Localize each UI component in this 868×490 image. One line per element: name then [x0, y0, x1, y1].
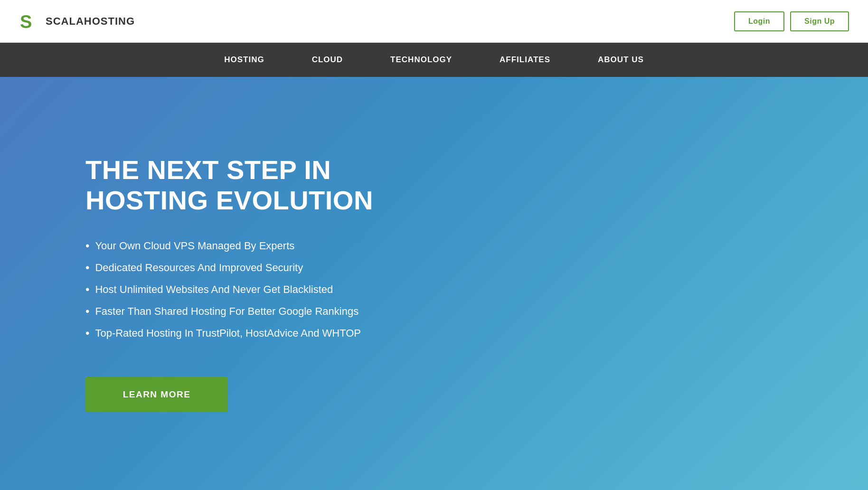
login-button[interactable]: Login	[734, 11, 784, 31]
learn-more-button[interactable]: LEARN MORE	[85, 377, 228, 412]
nav-list: HOSTING CLOUD TECHNOLOGY AFFILIATES ABOU…	[200, 55, 668, 65]
scala-logo-icon: S	[19, 11, 40, 32]
hero-bullet-2: Dedicated Resources And Improved Securit…	[85, 261, 868, 274]
nav-item-technology[interactable]: TECHNOLOGY	[367, 55, 476, 65]
nav-item-cloud[interactable]: CLOUD	[288, 55, 367, 65]
nav-item-about-us[interactable]: ABOUT US	[574, 55, 668, 65]
header-buttons: Login Sign Up	[734, 11, 849, 31]
main-navigation: HOSTING CLOUD TECHNOLOGY AFFILIATES ABOU…	[0, 43, 868, 77]
hero-bullet-5: Top-Rated Hosting In TrustPilot, HostAdv…	[85, 327, 868, 340]
nav-link-affiliates[interactable]: AFFILIATES	[500, 55, 550, 64]
nav-link-hosting[interactable]: HOSTING	[224, 55, 264, 64]
nav-item-affiliates[interactable]: AFFILIATES	[476, 55, 574, 65]
signup-button[interactable]: Sign Up	[790, 11, 849, 31]
site-header: S SCALAHOSTING Login Sign Up	[0, 0, 868, 43]
hero-bullet-1: Your Own Cloud VPS Managed By Experts	[85, 239, 868, 253]
hero-bullets: Your Own Cloud VPS Managed By Experts De…	[85, 239, 868, 349]
logo-text: SCALAHOSTING	[46, 15, 135, 28]
hero-title: THE NEXT STEP IN HOSTING EVOLUTION	[85, 155, 418, 216]
nav-item-hosting[interactable]: HOSTING	[200, 55, 288, 65]
svg-text:S: S	[20, 12, 32, 32]
hero-section: THE NEXT STEP IN HOSTING EVOLUTION Your …	[0, 77, 868, 490]
nav-link-technology[interactable]: TECHNOLOGY	[390, 55, 452, 64]
nav-link-cloud[interactable]: CLOUD	[312, 55, 343, 64]
hero-bullet-3: Host Unlimited Websites And Never Get Bl…	[85, 283, 868, 296]
logo-area: S SCALAHOSTING	[19, 11, 135, 32]
hero-bullet-4: Faster Than Shared Hosting For Better Go…	[85, 305, 868, 318]
nav-link-about-us[interactable]: ABOUT US	[598, 55, 644, 64]
